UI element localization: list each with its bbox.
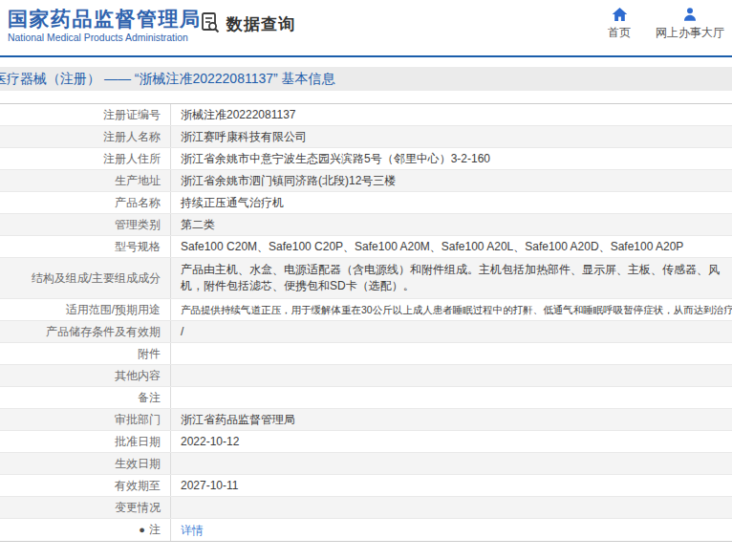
header-quick-links: 首页 网上办事大厅 <box>608 7 724 41</box>
table-row: 备注 <box>0 387 732 409</box>
row-value: 浙江省药品监督管理局 <box>171 409 732 430</box>
data-query-nav[interactable]: 数据查询 <box>199 11 295 38</box>
row-label: 型号规格 <box>0 236 171 257</box>
row-value: 2022-10-12 <box>171 431 732 452</box>
row-label-text: 附件 <box>138 346 161 362</box>
table-row: 产品名称持续正压通气治疗机 <box>0 192 732 214</box>
row-value: 第二类 <box>171 214 732 235</box>
row-value <box>171 505 732 510</box>
row-value: 详情 <box>171 520 732 541</box>
page-title: 医疗器械（注册） —— “浙械注准20222081137” 基本信息 <box>0 67 335 91</box>
row-label-text: 型号规格 <box>115 239 161 255</box>
row-label-text: 备注 <box>138 390 161 406</box>
row-label-text: 注 <box>149 522 161 538</box>
page-title-bar: 医疗器械（注册） —— “浙械注准20222081137” 基本信息 <box>0 67 732 91</box>
table-row: 其他内容 <box>0 365 732 387</box>
row-label: 备注 <box>0 387 171 408</box>
table-row: 变更情况 <box>0 497 732 519</box>
row-label-text: 其他内容 <box>115 368 161 384</box>
row-value <box>171 395 732 400</box>
row-value <box>171 373 732 378</box>
row-label: 有效期至 <box>0 475 171 496</box>
table-row: 管理类别第二类 <box>0 214 732 236</box>
row-label-text: 变更情况 <box>115 500 161 516</box>
header: 国家药品监督管理局 National Medical Products Admi… <box>0 0 732 57</box>
row-label-text: 注册证编号 <box>103 107 161 123</box>
online-hall-link[interactable]: 网上办事大厅 <box>656 7 724 41</box>
row-label: 其他内容 <box>0 365 171 386</box>
home-icon <box>612 7 628 22</box>
table-row: 结构及组成/主要组成成分产品由主机、水盒、电源适配器（含电源线）和附件组成。主机… <box>0 258 732 299</box>
row-label: 产品名称 <box>0 192 171 213</box>
row-value <box>171 461 732 466</box>
table-row: 注册证编号浙械注准20222081137 <box>0 104 732 126</box>
row-label-text: 注册人住所 <box>103 151 161 167</box>
row-label-text: 适用范围/预期用途 <box>66 302 161 318</box>
table-row: 注册人名称浙江赛呼康科技有限公司 <box>0 126 732 148</box>
online-hall-label: 网上办事大厅 <box>656 25 724 41</box>
table-row: 生产地址浙江省余姚市泗门镇同济路(北段)12号三楼 <box>0 170 732 192</box>
row-label: 产品储存条件及有效期 <box>0 321 171 342</box>
row-label-text: 审批部门 <box>115 412 161 428</box>
row-label: 管理类别 <box>0 214 171 235</box>
row-label-text: 有效期至 <box>115 478 161 494</box>
table-row: 审批部门浙江省药品监督管理局 <box>0 409 732 431</box>
row-label: 注册人住所 <box>0 148 171 169</box>
note-icon: ● <box>139 525 145 535</box>
row-label: 生效日期 <box>0 453 171 474</box>
document-search-icon <box>199 11 222 38</box>
row-label-text: 产品储存条件及有效期 <box>46 324 161 340</box>
row-label: 附件 <box>0 343 171 364</box>
row-value: 产品提供持续气道正压，用于缓解体重在30公斤以上成人患者睡眠过程中的打鼾、低通气… <box>171 299 732 320</box>
row-label-text: 生效日期 <box>115 456 161 472</box>
row-value: 浙江省余姚市泗门镇同济路(北段)12号三楼 <box>171 170 732 191</box>
table-row: 附件 <box>0 343 732 365</box>
row-value: 产品由主机、水盒、电源适配器（含电源线）和附件组成。主机包括加热部件、显示屏、主… <box>171 258 732 298</box>
home-link[interactable]: 首页 <box>608 7 631 41</box>
row-label: 结构及组成/主要组成成分 <box>0 258 171 298</box>
table-row: 生效日期 <box>0 453 732 475</box>
row-value: / <box>171 321 732 342</box>
row-value <box>171 351 732 356</box>
row-value: Safe100 C20M、Safe100 C20P、Safe100 A20M、S… <box>171 236 732 257</box>
user-icon <box>682 7 698 22</box>
table-row: 注册人住所浙江省余姚市中意宁波生态园兴滨路5号（邻里中心）3-2-160 <box>0 148 732 170</box>
row-label: 生产地址 <box>0 170 171 191</box>
table-row: 批准日期2022-10-12 <box>0 431 732 453</box>
row-label-text: 生产地址 <box>115 173 161 189</box>
row-value: 浙江省余姚市中意宁波生态园兴滨路5号（邻里中心）3-2-160 <box>171 148 732 169</box>
detail-link[interactable]: 详情 <box>181 524 204 537</box>
row-label-text: 注册人名称 <box>103 129 161 145</box>
table-row: 型号规格Safe100 C20M、Safe100 C20P、Safe100 A2… <box>0 236 732 258</box>
row-value: 浙械注准20222081137 <box>171 104 732 125</box>
row-label: 批准日期 <box>0 431 171 452</box>
logo-subtitle: National Medical Products Administration <box>8 32 202 43</box>
row-label: ●注 <box>0 519 171 541</box>
info-table: 注册证编号浙械注准20222081137注册人名称浙江赛呼康科技有限公司注册人住… <box>0 103 732 542</box>
row-label: 变更情况 <box>0 497 171 518</box>
row-label-text: 产品名称 <box>115 195 161 211</box>
table-row: 产品储存条件及有效期/ <box>0 321 732 343</box>
table-row: ●注详情 <box>0 519 732 541</box>
row-value: 2027-10-11 <box>171 475 732 496</box>
row-label-text: 管理类别 <box>115 217 161 233</box>
home-label: 首页 <box>608 25 631 41</box>
row-label-text: 结构及组成/主要组成成分 <box>32 270 161 287</box>
row-label: 注册人名称 <box>0 126 171 147</box>
data-query-label: 数据查询 <box>226 13 295 35</box>
row-value: 持续正压通气治疗机 <box>171 192 732 213</box>
row-label: 注册证编号 <box>0 104 171 125</box>
row-value: 浙江赛呼康科技有限公司 <box>171 126 732 147</box>
nmpa-logo[interactable]: 国家药品监督管理局 National Medical Products Admi… <box>8 7 202 43</box>
logo-title: 国家药品监督管理局 <box>8 7 202 32</box>
table-row: 有效期至2027-10-11 <box>0 475 732 497</box>
row-label: 审批部门 <box>0 409 171 430</box>
row-label: 适用范围/预期用途 <box>0 299 171 320</box>
table-row: 适用范围/预期用途产品提供持续气道正压，用于缓解体重在30公斤以上成人患者睡眠过… <box>0 299 732 321</box>
row-label-text: 批准日期 <box>115 434 161 450</box>
